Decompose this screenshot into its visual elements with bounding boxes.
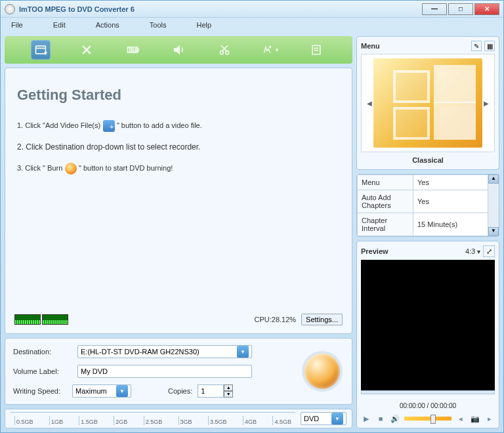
table-row: MenuYes [358,175,488,190]
app-window: ImTOO MPEG to DVD Converter 6 — □ ✕ File… [0,0,504,433]
template-name: Classical [361,152,495,165]
chevron-down-icon: ▼ [116,385,128,397]
svg-line-9 [222,45,228,51]
disc-type-combo[interactable]: DVD ▼ [301,412,346,425]
snapshot-button[interactable]: 📷 [470,413,480,424]
properties-panel: MenuYes Auto Add ChaptersYes Chapter Int… [356,174,499,237]
prev-frame-button[interactable]: ◂ [455,413,466,424]
svg-text:Subtitle: Subtitle [129,47,139,53]
menu-edit[interactable]: Edit [49,20,70,30]
edit-menu-button[interactable]: ✎ [471,41,482,51]
close-button[interactable]: ✕ [474,3,499,15]
aspect-ratio-select[interactable]: 4:3 ▾ [465,247,480,255]
chevron-down-icon: ▼ [237,346,249,358]
step-2: 2. Click Destination drop-down list to s… [17,141,340,153]
table-row: Chapter Interval15 Minute(s) [358,213,488,236]
properties-table: MenuYes Auto Add ChaptersYes Chapter Int… [357,175,488,236]
writing-speed-label: Writing Speed: [13,387,67,395]
audio-button[interactable] [169,40,188,60]
burn-button[interactable] [304,354,340,389]
menu-actions[interactable]: Actions [92,20,123,30]
svg-text:+: + [44,50,47,56]
disc-size-bar: 0.5GB 1GB 1.5GB 2GB 2.5GB 3GB 3.5GB 4GB … [5,409,352,428]
writing-speed-combo[interactable]: Maximum ▼ [72,384,131,398]
volume-label-input[interactable]: My DVD [77,365,252,378]
settings-button[interactable]: Settings... [301,314,343,325]
cpu-usage-text: CPU:28.12% [254,316,296,323]
menu-template-thumbnail[interactable] [373,58,482,148]
svg-line-10 [221,45,226,51]
properties-scrollbar[interactable]: ▲ ▼ [488,175,499,236]
svg-point-11 [269,46,271,48]
prev-template-button[interactable]: ◀ [366,83,373,123]
menu-tools[interactable]: Tools [146,20,171,30]
preview-time: 00:00:00 / 00:00:00 [361,398,495,413]
menu-file[interactable]: File [7,20,27,30]
copies-input[interactable] [198,384,224,398]
subtitle-button[interactable]: Subtitle [123,40,142,60]
cpu-bar: CPU:28.12% Settings... [12,312,345,327]
titlebar: ImTOO MPEG to DVD Converter 6 — □ ✕ [1,1,503,18]
next-template-button[interactable]: ▶ [482,83,490,123]
step-3: 3. Click " Burn " button to start DVD bu… [17,162,340,175]
destination-label: Destination: [13,348,72,356]
playback-controls: ▶ ■ 🔊 ◂ 📷 ▸ [361,413,495,424]
volume-slider[interactable] [404,417,452,421]
copies-stepper[interactable]: ▲ ▼ [198,384,233,398]
menu-panel-title: Menu [361,42,469,50]
preview-video [361,260,495,390]
menu-help[interactable]: Help [192,20,215,30]
destination-combo[interactable]: E:(HL-DT-ST DVD-RAM GH22NS30) ▼ [77,345,252,358]
maximize-button[interactable]: □ [448,3,473,15]
step-1: 1. Click "Add Video File(s) " button to … [17,119,340,132]
scroll-up-button[interactable]: ▲ [488,175,499,184]
seek-bar[interactable] [361,390,495,394]
next-frame-button[interactable]: ▸ [484,413,495,424]
minimize-button[interactable]: — [422,3,447,15]
fullscreen-button[interactable]: ⤢ [483,245,495,257]
menu-template-panel: Menu ✎ ▦ ◀ ▶ Classical [356,36,499,170]
copies-label: Copies: [168,387,192,395]
cpu-graph-1 [14,314,41,325]
table-row: Auto Add ChaptersYes [358,190,488,213]
destination-panel: Destination: E:(HL-DT-ST DVD-RAM GH22NS3… [5,338,352,405]
window-title: ImTOO MPEG to DVD Converter 6 [19,5,421,13]
scroll-down-button[interactable]: ▼ [488,227,499,236]
chapters-button[interactable] [306,40,326,60]
app-icon [5,4,15,14]
cut-button[interactable] [215,40,234,60]
volume-icon[interactable]: 🔊 [390,413,400,424]
delete-button[interactable] [77,40,96,60]
spin-down-button[interactable]: ▼ [224,391,233,398]
getting-started: Getting Started 1. Click "Add Video File… [12,75,345,312]
add-video-button[interactable]: + [31,40,51,60]
svg-point-7 [220,51,223,54]
add-video-icon [103,120,115,132]
svg-point-8 [226,51,229,54]
effects-button[interactable]: ▼ [261,40,280,60]
play-button[interactable]: ▶ [361,413,371,424]
volume-label-label: Volume Label: [13,367,72,375]
chevron-down-icon: ▼ [274,47,280,53]
menubar: File Edit Actions Tools Help [1,18,503,32]
chevron-down-icon: ▼ [331,413,343,424]
size-ruler: 0.5GB 1GB 1.5GB 2GB 2.5GB 3GB 3.5GB 4GB … [10,412,295,425]
templates-button[interactable]: ▦ [484,41,495,51]
stop-button[interactable]: ■ [375,413,386,424]
preview-title: Preview [361,247,465,255]
preview-panel: Preview 4:3 ▾ ⤢ 00:00:00 / 00:00:00 ▶ ■ … [356,241,499,428]
getting-started-heading: Getting Started [17,87,340,104]
main-content-panel: Getting Started 1. Click "Add Video File… [5,68,352,334]
cpu-graph-2 [42,314,68,325]
burn-icon [65,163,77,175]
spin-up-button[interactable]: ▲ [224,384,233,391]
main-toolbar: + Subtitle ▼ [5,36,352,64]
